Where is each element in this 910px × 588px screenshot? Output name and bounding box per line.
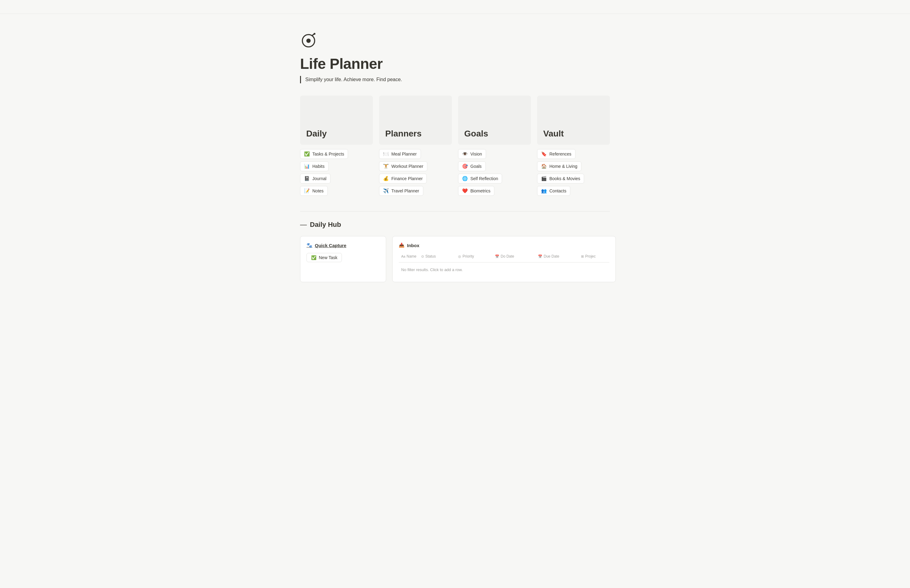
travel-label: Travel Planner xyxy=(391,188,419,193)
inbox-title: Inbox xyxy=(407,243,419,248)
category-item-references[interactable]: 🔖References xyxy=(537,149,575,159)
quick-capture-title: Quick Capture xyxy=(315,243,346,248)
references-icon: 🔖 xyxy=(541,151,547,157)
do_date-col-label: Do Date xyxy=(501,254,514,258)
contacts-icon: 👥 xyxy=(541,188,547,194)
category-item-biometrics[interactable]: ❤️Biometrics xyxy=(458,186,495,196)
reflection-label: Self Reflection xyxy=(470,176,498,181)
category-item-habits[interactable]: 📊Habits xyxy=(300,162,329,171)
tasks-icon: ✅ xyxy=(304,151,310,157)
new-task-label: New Task xyxy=(319,255,337,260)
workout-icon: 🏋️ xyxy=(383,163,389,169)
category-items-planners: 🍽️Meal Planner🏋️Workout Planner💰Finance … xyxy=(379,149,452,196)
category-item-contacts[interactable]: 👥Contacts xyxy=(537,186,570,196)
reflection-icon: 🌐 xyxy=(462,176,468,181)
category-item-books[interactable]: 🎬Books & Movies xyxy=(537,174,584,184)
category-title-goals: Goals xyxy=(464,129,488,139)
category-item-workout[interactable]: 🏋️Workout Planner xyxy=(379,162,427,171)
quick-capture-header[interactable]: 🐾 Quick Capture xyxy=(307,242,380,248)
meal-label: Meal Planner xyxy=(391,152,417,157)
category-item-travel[interactable]: ✈️Travel Planner xyxy=(379,186,423,196)
goals-label: Goals xyxy=(470,164,482,169)
meal-icon: 🍽️ xyxy=(383,151,389,157)
category-header-planners: Planners xyxy=(379,95,452,145)
vision-label: Vision xyxy=(470,152,482,157)
category-item-finance[interactable]: 💰Finance Planner xyxy=(379,174,427,184)
workout-label: Workout Planner xyxy=(391,164,423,169)
project-col-icon: ⊞ xyxy=(581,255,584,258)
do_date-col-icon: 📅 xyxy=(495,255,499,258)
category-column-planners: Planners🍽️Meal Planner🏋️Workout Planner💰… xyxy=(379,95,452,196)
category-item-reflection[interactable]: 🌐Self Reflection xyxy=(458,174,502,184)
daily-hub-section: — Daily Hub 🐾 Quick Capture ✅ New Task 📥 xyxy=(300,221,610,282)
name-col-label: Name xyxy=(406,254,416,258)
check-circle-icon: ✅ xyxy=(311,255,316,260)
table-col-status: ⊙Status xyxy=(419,253,456,260)
divider xyxy=(300,211,610,212)
category-items-vault: 🔖References🏠Home & Living🎬Books & Movies… xyxy=(537,149,610,196)
table-header: AaName⊙Status◎Priority📅Do Date📅Due Date⊞… xyxy=(399,253,609,262)
books-icon: 🎬 xyxy=(541,176,547,181)
category-column-vault: Vault🔖References🏠Home & Living🎬Books & M… xyxy=(537,95,610,196)
category-header-goals: Goals xyxy=(458,95,531,145)
priority-col-icon: ◎ xyxy=(458,255,461,258)
category-items-daily: ✅Tasks & Projects📊Habits📓Journal📝Notes xyxy=(300,149,373,196)
new-task-button[interactable]: ✅ New Task xyxy=(307,253,342,262)
category-column-goals: Goals👁️Vision🎯Goals🌐Self Reflection❤️Bio… xyxy=(458,95,531,196)
priority-col-label: Priority xyxy=(462,254,474,258)
habits-label: Habits xyxy=(312,164,325,169)
category-item-home[interactable]: 🏠Home & Living xyxy=(537,162,581,171)
category-item-goals[interactable]: 🎯Goals xyxy=(458,162,486,171)
table-col-do_date: 📅Do Date xyxy=(493,253,535,260)
table-col-project: ⊞Projec xyxy=(579,253,609,260)
category-column-daily: Daily✅Tasks & Projects📊Habits📓Journal📝No… xyxy=(300,95,373,196)
contacts-label: Contacts xyxy=(550,188,566,193)
inbox-card: 📥 Inbox AaName⊙Status◎Priority📅Do Date📅D… xyxy=(392,236,616,282)
category-item-vision[interactable]: 👁️Vision xyxy=(458,149,486,159)
category-title-planners: Planners xyxy=(385,129,422,139)
category-header-daily: Daily xyxy=(300,95,373,145)
biometrics-label: Biometrics xyxy=(470,188,490,193)
quick-capture-card: 🐾 Quick Capture ✅ New Task xyxy=(300,236,386,282)
home-icon: 🏠 xyxy=(541,163,547,169)
notes-icon: 📝 xyxy=(304,188,310,194)
category-items-goals: 👁️Vision🎯Goals🌐Self Reflection❤️Biometri… xyxy=(458,149,531,196)
table-col-due_date: 📅Due Date xyxy=(535,253,579,260)
section-dash: — xyxy=(300,221,307,229)
books-label: Books & Movies xyxy=(550,176,580,181)
tasks-label: Tasks & Projects xyxy=(312,152,344,157)
page-container: Life Planner Simplify your life. Achieve… xyxy=(270,14,640,307)
quick-capture-icon: 🐾 xyxy=(307,242,312,248)
category-item-journal[interactable]: 📓Journal xyxy=(300,174,330,184)
journal-label: Journal xyxy=(312,176,327,181)
svg-point-2 xyxy=(314,33,315,35)
table-col-name: AaName xyxy=(399,253,419,260)
page-title: Life Planner xyxy=(300,55,610,72)
goals-icon: 🎯 xyxy=(462,163,468,169)
habits-icon: 📊 xyxy=(304,163,310,169)
category-title-vault: Vault xyxy=(543,129,564,139)
category-title-daily: Daily xyxy=(306,129,327,139)
status-col-label: Status xyxy=(425,254,436,258)
categories-grid: Daily✅Tasks & Projects📊Habits📓Journal📝No… xyxy=(300,95,610,196)
table-empty-message: No filter results. Click to add a row. xyxy=(399,265,609,275)
references-label: References xyxy=(550,152,572,157)
category-item-tasks[interactable]: ✅Tasks & Projects xyxy=(300,149,348,159)
page-subtitle: Simplify your life. Achieve more. Find p… xyxy=(300,76,610,83)
app-icon xyxy=(300,32,610,50)
status-col-icon: ⊙ xyxy=(421,255,424,258)
travel-icon: ✈️ xyxy=(383,188,389,194)
due_date-col-icon: 📅 xyxy=(538,255,542,258)
category-header-vault: Vault xyxy=(537,95,610,145)
name-col-icon: Aa xyxy=(401,255,405,258)
category-item-meal[interactable]: 🍽️Meal Planner xyxy=(379,149,421,159)
finance-label: Finance Planner xyxy=(391,176,423,181)
top-bar xyxy=(0,0,910,14)
home-label: Home & Living xyxy=(550,164,577,169)
category-item-notes[interactable]: 📝Notes xyxy=(300,186,328,196)
section-title-label: Daily Hub xyxy=(310,221,341,229)
vision-icon: 👁️ xyxy=(462,151,468,157)
svg-point-1 xyxy=(307,39,311,43)
project-col-label: Projec xyxy=(585,254,595,258)
finance-icon: 💰 xyxy=(383,176,389,181)
